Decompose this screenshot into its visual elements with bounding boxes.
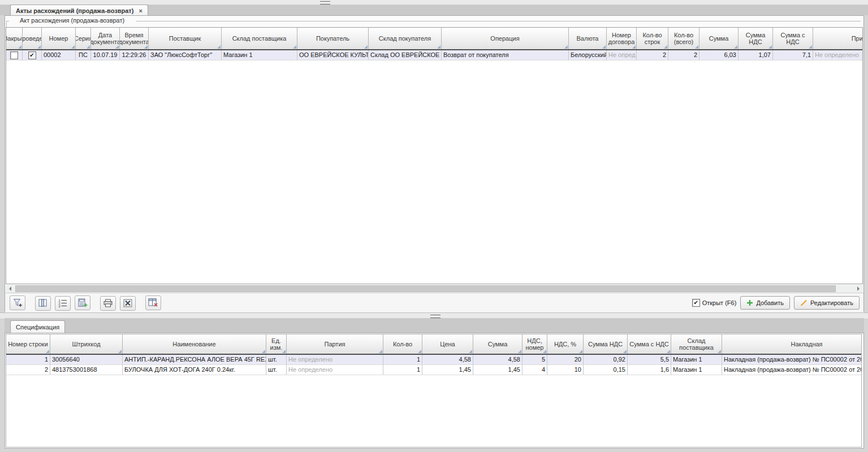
checkbox-checked-icon[interactable]: ✔	[28, 51, 36, 59]
column-header-series[interactable]: Серия	[76, 28, 91, 49]
open-f6-label: Открыт (F6)	[702, 299, 737, 306]
add-button[interactable]: Добавить	[740, 296, 790, 310]
column-header-barcode[interactable]: Штрихкод	[50, 334, 123, 354]
cell-doc-date: 10.07.19	[91, 50, 120, 60]
column-header-supplier[interactable]: Поставщик	[149, 28, 222, 49]
scrollbar-thumb[interactable]	[15, 285, 836, 292]
edit-button[interactable]: Редактировать	[794, 296, 860, 310]
open-f6-checkbox[interactable]: ✔ Открыт (F6)	[692, 299, 737, 307]
spec-row[interactable]: 1 30056640 АНТИП.-КАРАНД.РЕКСОНА АЛОЕ ВЕ…	[6, 355, 862, 365]
column-header-currency[interactable]: Валюта	[569, 28, 607, 49]
column-header-number[interactable]: Номер	[42, 28, 76, 49]
column-header-sum-with-vat[interactable]: Сумма с НДС	[773, 28, 813, 49]
cell-name: БУЛОЧКА ДЛЯ ХОТ-ДОГА 240Г 0.24кг.	[123, 365, 266, 375]
column-header-sum-vat[interactable]: Сумма НДС	[739, 28, 773, 49]
column-header-operation[interactable]: Операция	[442, 28, 569, 49]
cell-supplier-warehouse: Магазин 1	[671, 355, 722, 364]
filter-add-button[interactable]	[10, 295, 25, 310]
cell-series: ПС	[76, 50, 91, 60]
excel-export-button[interactable]	[120, 296, 136, 311]
cell-sum-with-vat: 1,6	[628, 365, 671, 375]
column-header-vat-percent[interactable]: НДС, %	[547, 334, 584, 354]
splitter-grip-icon[interactable]	[320, 1, 330, 5]
column-header-sum-with-vat[interactable]: Сумма с НДС	[628, 334, 671, 354]
cell-price: 4,58	[422, 355, 473, 364]
spec-tab-strip: Спецификация	[5, 318, 864, 333]
documents-panel: Акт расхождения (продажа-возврат) Закрыт…	[5, 15, 864, 312]
cell-vat-percent: 10	[547, 365, 584, 375]
column-header-supplier-warehouse[interactable]: Склад поставщика	[671, 334, 722, 354]
checkbox-unchecked-icon[interactable]	[10, 51, 18, 59]
numbering-button[interactable]: 1 2 3	[55, 296, 71, 311]
cell-line-count: 2	[637, 50, 668, 60]
scroll-left-arrow-icon[interactable]	[6, 285, 15, 293]
document-row[interactable]: ✔ 00002 ПС 10.07.19 12:29:26 ЗАО "ЛюксСо…	[6, 50, 863, 60]
checkbox-checked-icon[interactable]: ✔	[692, 299, 700, 307]
tab-acts-of-discrepancy[interactable]: Акты расхождений (продажа-возврат) ×	[10, 5, 148, 15]
column-header-line-count[interactable]: Кол-во строк	[637, 28, 668, 49]
column-header-supplier-warehouse[interactable]: Склад поставщика	[222, 28, 297, 49]
column-header-buyer[interactable]: Покупатель	[297, 28, 369, 49]
cell-supplier-warehouse: Магазин 1	[222, 50, 297, 60]
column-header-contract-number[interactable]: Номер договора	[607, 28, 637, 49]
cell-number: 00002	[42, 50, 76, 60]
column-header-price[interactable]: Цена	[422, 334, 473, 354]
cell-line-number: 2	[6, 365, 50, 375]
cell-invoice: Накладная (продажа-возврат) № ПС00002 от…	[722, 365, 862, 375]
column-header-vat-number[interactable]: НДС, номер	[522, 334, 547, 354]
column-header-proved[interactable]: Проведен	[23, 28, 42, 49]
spec-grid-header: Номер строки Штрихкод Наименование Ед. и…	[6, 334, 862, 355]
specification-panel: Спецификация Номер строки Штрихкод Наиме…	[5, 318, 864, 449]
cell-qty: 1	[383, 355, 422, 364]
columns-icon	[38, 299, 47, 307]
calculate-button[interactable]	[75, 295, 90, 310]
column-header-line-number[interactable]: Номер строки	[6, 334, 50, 354]
cell-qty: 1	[383, 365, 422, 375]
column-header-sum[interactable]: Сумма	[699, 28, 739, 49]
cell-sum-with-vat: 7,1	[773, 50, 813, 60]
column-header-unit[interactable]: Ед. изм.	[266, 334, 287, 354]
column-header-doc-time[interactable]: Время документа	[120, 28, 149, 49]
cell-qty-total: 2	[668, 50, 699, 60]
column-header-invoice[interactable]: Накладная	[722, 334, 862, 354]
documents-grid: Закрыт Проведен Номер Серия Дата докумен…	[6, 27, 863, 284]
cell-unit: шт.	[266, 365, 287, 375]
column-header-batch[interactable]: Партия	[287, 334, 383, 354]
cell-vat-number: 4	[522, 365, 547, 375]
cell-batch: Не определено	[287, 365, 383, 375]
cell-invoice: Накладная (продажа-возврат) № ПС00002 от…	[722, 355, 862, 364]
cell-line-number: 1	[6, 355, 50, 364]
column-header-sum[interactable]: Сумма	[473, 334, 522, 354]
print-button[interactable]	[100, 296, 116, 311]
column-header-vat-sum[interactable]: Сумма НДС	[584, 334, 628, 354]
horizontal-scrollbar[interactable]	[6, 285, 863, 293]
close-icon[interactable]: ×	[139, 7, 142, 14]
cell-supplier-warehouse: Магазин 1	[671, 365, 722, 375]
cell-currency: Белорусский	[569, 50, 607, 60]
cell-vat-sum: 0,92	[584, 355, 628, 364]
excel-export-icon	[123, 299, 132, 307]
groupbox-border	[6, 21, 9, 27]
column-header-doc-date[interactable]: Дата документа	[91, 28, 120, 49]
spec-row[interactable]: 2 4813753001868 БУЛОЧКА ДЛЯ ХОТ-ДОГА 240…	[6, 365, 862, 375]
cell-sum: 6,03	[699, 50, 739, 60]
cell-operation: Возврат от покупателя	[442, 50, 569, 60]
columns-button[interactable]	[35, 296, 51, 311]
column-header-name[interactable]: Наименование	[123, 334, 266, 354]
column-header-closed[interactable]: Закрыт	[6, 28, 23, 49]
calculator-add-icon	[78, 298, 88, 307]
remove-column-button[interactable]	[145, 295, 161, 310]
numbered-list-icon: 1 2 3	[58, 299, 67, 307]
cell-doc-time: 12:29:26	[120, 50, 149, 60]
tab-specification[interactable]: Спецификация	[10, 320, 65, 333]
column-header-qty[interactable]: Кол-во	[383, 334, 422, 354]
column-header-note[interactable]: Примечание	[813, 28, 863, 49]
column-header-qty-total[interactable]: Кол-во (всего)	[668, 28, 699, 49]
cell-sum-vat: 1,07	[739, 50, 773, 60]
proved-checkbox-cell[interactable]: ✔	[23, 50, 42, 60]
svg-text:3: 3	[59, 305, 61, 307]
cell-buyer-warehouse: Склад ОО ЕВРЕЙСКОЕ К	[369, 50, 442, 60]
column-header-buyer-warehouse[interactable]: Склад покупателя	[369, 28, 442, 49]
closed-checkbox-cell[interactable]	[6, 50, 23, 60]
scroll-right-arrow-icon[interactable]	[854, 285, 863, 293]
